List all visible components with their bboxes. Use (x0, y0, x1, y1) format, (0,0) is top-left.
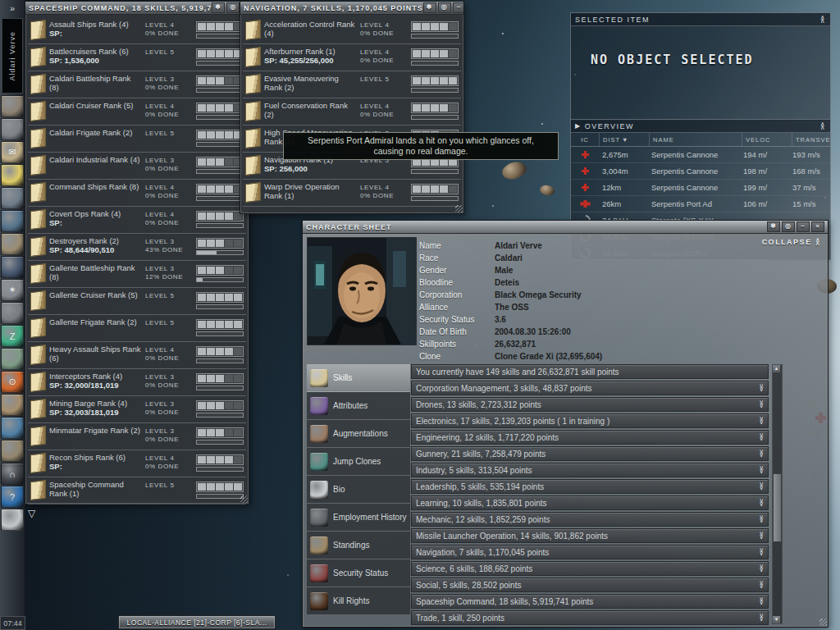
character-icon[interactable] (1, 95, 24, 117)
chat-icon[interactable] (1, 394, 24, 416)
news-icon[interactable] (1, 233, 24, 255)
minimize-icon[interactable]: − (797, 221, 810, 232)
skill-row[interactable]: Afterburner Rank (1)SP: 45,255/256,000LE… (243, 44, 461, 71)
skill-row[interactable]: Gallente Battleship Rank (8)LEVEL 312% D… (28, 261, 246, 288)
expand-double-chevron-icon[interactable]: ∨∨ (759, 532, 764, 539)
character-portrait[interactable] (307, 237, 417, 345)
expand-double-chevron-icon[interactable]: ∨∨ (759, 549, 764, 555)
overview-column-header[interactable]: DIST▼ (599, 133, 649, 146)
scrollbar-thumb[interactable] (773, 473, 782, 542)
skill-row[interactable]: Heavy Assault Ships Rank (6)LEVEL 40% DO… (28, 342, 246, 369)
skill-row[interactable]: Covert Ops Rank (4)SP:LEVEL 40% DONE (28, 207, 246, 234)
skill-row[interactable]: Caldari Battleship Rank (8)LEVEL 30% DON… (28, 71, 246, 98)
expand-double-chevron-icon[interactable]: ∨∨ (759, 450, 764, 457)
mail-icon[interactable]: ✉ (1, 141, 24, 163)
expander-triangle-icon[interactable]: ▶ (575, 122, 582, 130)
local-chat-taskbar-button[interactable]: LOCAL-ALLIANCE [21]-CORP [6]-SLA... (118, 615, 276, 629)
overview-row[interactable]: 12kmSerpentis Cannone199 m/37 m/s (571, 180, 830, 196)
scrollbar[interactable]: ▲ ▼ (772, 364, 783, 624)
skill-group-row[interactable]: Science, 6 skills, 188,662 points∨∨ (411, 561, 769, 576)
navigation-titlebar[interactable]: NAVIGATION, 7 SKILLS, 1,170,045 POINTS ❄… (240, 2, 463, 15)
pin-icon[interactable]: ❄ (212, 2, 225, 13)
fleet-icon[interactable] (1, 256, 24, 278)
notepad-icon[interactable] (1, 164, 24, 186)
selected-item-header[interactable]: SELECTED ITEM ∧∧ (571, 13, 830, 26)
map-icon[interactable] (1, 187, 24, 209)
tab-attributes[interactable]: Attributes (307, 392, 410, 420)
tab-security-status[interactable]: Security Status (307, 559, 410, 587)
assets-safe-icon[interactable] (1, 302, 24, 324)
skill-group-row[interactable]: Leadership, 5 skills, 535,194 points∨∨ (411, 479, 769, 494)
opacity-icon[interactable]: ◎ (438, 2, 451, 13)
neocom-clock[interactable]: 07:44 (0, 616, 25, 630)
expand-double-chevron-icon[interactable]: ∨∨ (759, 516, 764, 523)
channels-icon[interactable] (1, 210, 24, 232)
expand-double-chevron-icon[interactable]: ∨∨ (759, 467, 764, 473)
skill-row[interactable]: Mining Barge Rank (4)SP: 32,003/181,019L… (28, 396, 246, 423)
overview-column-header[interactable]: VELOC (742, 133, 792, 146)
avatar-mask-icon[interactable] (1, 509, 24, 531)
pin-icon[interactable]: ❄ (767, 221, 780, 232)
resize-grip[interactable] (819, 619, 827, 626)
spaceship-command-titlebar[interactable]: SPACESHIP COMMAND, 18 SKILLS, 5,919,7 ❄ … (25, 2, 249, 15)
skill-group-row[interactable]: Social, 5 skills, 28,502 points∨∨ (411, 578, 769, 592)
skill-row[interactable]: Fuel Conservation Rank (2)LEVEL 40% DONE (243, 98, 461, 126)
expand-double-chevron-icon[interactable]: ∨∨ (759, 500, 764, 506)
scroll-down-icon[interactable]: ▼ (773, 616, 780, 623)
overview-column-header[interactable]: NAME (649, 133, 742, 146)
opacity-icon[interactable]: ◎ (782, 221, 795, 232)
help-icon[interactable]: ⊙ (1, 371, 24, 393)
neocom-expand-button[interactable]: » (0, 0, 25, 16)
resize-grip[interactable] (455, 205, 463, 212)
overview-row[interactable]: 3,004mSerpentis Cannone198 m/168 m/s (571, 163, 830, 180)
expand-double-chevron-icon[interactable]: ∨∨ (759, 401, 764, 408)
skill-row[interactable]: Gallente Cruiser Rank (5)LEVEL 5 (28, 288, 246, 315)
skill-group-row[interactable]: Electronics, 17 skills, 2,139,203 points… (411, 413, 769, 428)
expand-double-chevron-icon[interactable]: ∨∨ (759, 598, 764, 605)
audio-icon[interactable]: ∩ (1, 463, 24, 485)
skill-group-row[interactable]: Navigation, 7 skills, 1,170,045 points∨∨ (411, 545, 769, 559)
science-icon[interactable]: Z (1, 325, 24, 347)
character-sheet-titlebar[interactable]: CHARACTER SHEET ❄ ◎ − × (303, 221, 828, 234)
skill-row[interactable]: Recon Ships Rank (6)SP:LEVEL 40% DONE (28, 450, 246, 477)
skill-group-row[interactable]: Missile Launcher Operation, 14 skills, 9… (411, 528, 769, 543)
skill-group-row[interactable]: Spaceship Command, 18 skills, 5,919,741 … (411, 594, 769, 609)
skill-row[interactable]: Command Ships Rank (8)LEVEL 40% DONE (28, 180, 246, 207)
resize-grip[interactable] (240, 495, 248, 503)
skill-row[interactable]: Acceleration Control Rank (4)LEVEL 40% D… (243, 17, 461, 44)
collapse-chevron-icon[interactable]: ∧∧ (820, 123, 826, 130)
skill-row[interactable]: Evasive Maneuvering Rank (2)LEVEL 5 (243, 71, 461, 98)
skill-group-row[interactable]: Corporation Management, 3 skills, 48,837… (411, 381, 769, 395)
overview-column-header[interactable]: IC (571, 133, 599, 146)
tab-jump-clones[interactable]: Jump Clones (307, 448, 410, 476)
skill-group-row[interactable]: Learning, 10 skills, 1,835,801 points∨∨ (411, 495, 769, 510)
space-triangle-marker-icon[interactable]: ▽ (28, 509, 35, 518)
people-places-icon[interactable] (1, 118, 24, 140)
skill-group-row[interactable]: Engineering, 12 skills, 1,717,220 points… (411, 430, 769, 445)
expand-double-chevron-icon[interactable]: ∨∨ (759, 385, 764, 391)
neocom-nameplate[interactable]: Aldari Verve (2, 18, 23, 94)
info-icon[interactable]: ? (1, 486, 24, 508)
standings-stars-icon[interactable]: ✶ (1, 279, 24, 301)
expand-double-chevron-icon[interactable]: ∨∨ (759, 565, 764, 572)
tab-employment-history[interactable]: Employment History (307, 504, 410, 532)
tab-skills[interactable]: Skills (307, 364, 410, 392)
expand-double-chevron-icon[interactable]: ∨∨ (759, 582, 764, 588)
overview-row[interactable]: 26kmSerpentis Port Ad106 m/15 m/s (571, 196, 830, 212)
skill-row[interactable]: Caldari Industrial Rank (4)LEVEL 30% DON… (28, 153, 246, 180)
journal-icon[interactable] (1, 440, 24, 462)
skill-row[interactable]: Spaceship Command Rank (1)LEVEL 5 (28, 477, 246, 504)
pin-icon[interactable]: ❄ (423, 2, 436, 13)
asteroid[interactable] (500, 159, 528, 181)
scroll-up-icon[interactable]: ▲ (773, 365, 780, 372)
wallet-icon[interactable] (1, 348, 24, 370)
minimize-icon[interactable]: − (453, 2, 463, 13)
tab-bio[interactable]: Bio (307, 476, 410, 504)
skill-row[interactable]: Caldari Frigate Rank (2)LEVEL 5 (28, 126, 246, 153)
overview-row[interactable]: 2,675mSerpentis Cannone194 m/193 m/s (571, 147, 830, 163)
skill-group-row[interactable]: Gunnery, 21 skills, 7,258,479 points∨∨ (411, 446, 769, 461)
skill-group-row[interactable]: Industry, 5 skills, 313,504 points∨∨ (411, 463, 769, 477)
skill-row[interactable]: Battlecruisers Rank (6)SP: 1,536,000LEVE… (28, 44, 246, 71)
skill-row[interactable]: Destroyers Rank (2)SP: 48,644/90,510LEVE… (28, 234, 246, 261)
skill-row[interactable]: Assault Ships Rank (4)SP:LEVEL 40% DONE (28, 17, 246, 44)
